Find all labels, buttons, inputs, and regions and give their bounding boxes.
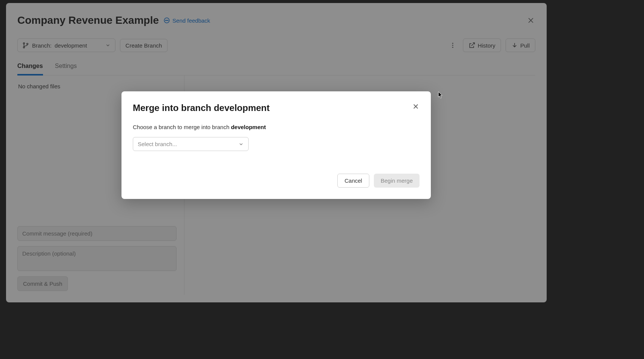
- chevron-down-icon: [238, 142, 244, 147]
- modal-close-button[interactable]: [412, 103, 420, 110]
- modal-description-text: Choose a branch to merge into branch: [133, 124, 231, 130]
- modal-description-branch: development: [231, 124, 266, 130]
- close-icon: [412, 103, 419, 110]
- begin-merge-label: Begin merge: [381, 177, 413, 184]
- modal-description: Choose a branch to merge into branch dev…: [133, 124, 420, 130]
- cancel-label: Cancel: [344, 177, 362, 184]
- modal-title: Merge into branch development: [133, 103, 270, 113]
- merge-branch-select[interactable]: Select branch...: [133, 137, 249, 151]
- merge-branch-placeholder: Select branch...: [138, 141, 177, 147]
- begin-merge-button[interactable]: Begin merge: [374, 174, 420, 188]
- merge-modal: Merge into branch development Choose a b…: [121, 91, 431, 199]
- modal-header: Merge into branch development: [133, 103, 420, 113]
- modal-footer: Cancel Begin merge: [133, 174, 420, 188]
- cancel-button[interactable]: Cancel: [337, 174, 369, 188]
